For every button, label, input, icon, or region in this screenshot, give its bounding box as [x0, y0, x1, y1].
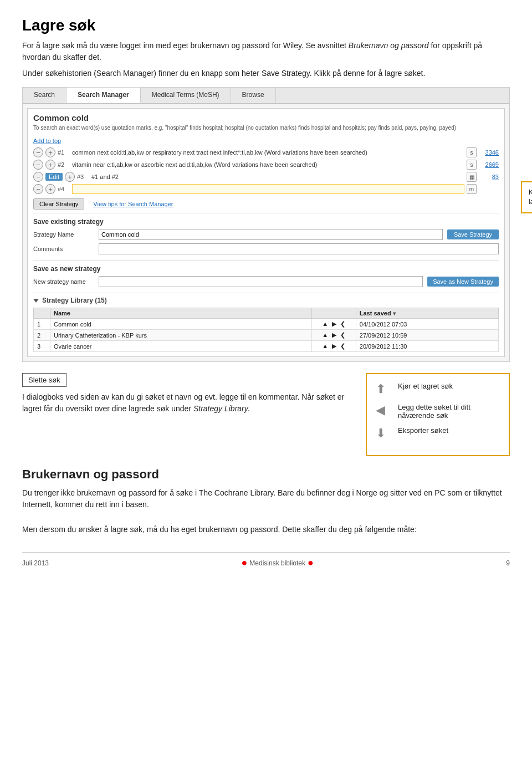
- tab-search-manager[interactable]: Search Manager: [66, 88, 141, 103]
- plus-btn-4[interactable]: +: [45, 184, 55, 194]
- lib-row-num: 2: [34, 330, 50, 341]
- library-table: Name Last saved ▾ 1 Common cold ▲ ▶ ❮ 04…: [33, 308, 499, 352]
- collapse-icon[interactable]: [33, 299, 39, 303]
- new-name-input[interactable]: [99, 276, 423, 287]
- brukernavn-section: Brukernavn og passord Du trenger ikke br…: [22, 467, 510, 535]
- slette-label: Slette søk: [22, 373, 66, 387]
- view-tips-link[interactable]: View tips for Search Manager: [93, 201, 173, 207]
- save-strategy-btn[interactable]: Save Strategy: [447, 229, 499, 239]
- run-icon[interactable]: ▲: [322, 331, 328, 338]
- lib-row-num: 3: [34, 341, 50, 352]
- tab-medical-terms[interactable]: Medical Terms (MeSH): [141, 88, 231, 103]
- minus-btn-4[interactable]: −: [33, 184, 43, 194]
- lib-row-name: Ovarie cancer: [50, 341, 312, 352]
- row-text-3: #1 and #2: [91, 173, 464, 181]
- below-screenshot: Slette søk I dialogboks ved siden av kan…: [22, 373, 510, 456]
- library-header: Strategy Library (15): [33, 297, 499, 304]
- strategy-name-label: Strategy Name: [33, 231, 94, 238]
- row-count-3[interactable]: 83: [479, 173, 499, 180]
- load-icon[interactable]: ▶: [332, 331, 336, 338]
- comments-input[interactable]: [99, 243, 499, 254]
- run-desc: Kjør et lagret søk: [398, 382, 453, 390]
- library-title: Strategy Library (15): [42, 297, 107, 304]
- brukernavn-para2: Men dersom du ønsker å lagre søk, må du …: [22, 524, 510, 535]
- strategy-name-row: Strategy Name Save Strategy: [33, 229, 499, 240]
- minus-btn-3[interactable]: −: [33, 172, 43, 182]
- row-text-1: common next cold:ti,ab,kw or respiratory…: [72, 149, 464, 156]
- right-col: ⬆ Kjør et lagret søk ◀ Legg dette søket …: [366, 373, 510, 456]
- icon-run-row: ⬆ Kjør et lagret søk: [376, 382, 500, 396]
- lib-row-actions[interactable]: ▲ ▶ ❮: [311, 330, 356, 341]
- share-icon[interactable]: ❮: [340, 343, 345, 349]
- share-icon[interactable]: ❮: [340, 320, 345, 327]
- plus-btn-1[interactable]: +: [45, 147, 55, 157]
- comments-row: Comments: [33, 243, 499, 254]
- tab-search[interactable]: Search: [23, 88, 66, 103]
- icon-add-row: ◀ Legg dette søket til ditt nåværende sø…: [376, 403, 500, 420]
- lib-row-num: 1: [34, 319, 50, 330]
- brukernavn-heading: Brukernavn og passord: [22, 467, 510, 482]
- search-title: Common cold: [33, 113, 499, 122]
- lib-row-date: 27/09/2012 10:59: [356, 330, 498, 341]
- row-count-1[interactable]: 3346: [479, 149, 499, 156]
- intro-para1: For å lagre søk må du være logget inn me…: [22, 40, 510, 63]
- load-icon[interactable]: ▶: [332, 320, 336, 327]
- save-existing-title: Save existing strategy: [33, 218, 499, 226]
- tab-browse[interactable]: Browse: [231, 88, 276, 103]
- icon-export-row: ⬇ Eksporter søket: [376, 426, 500, 441]
- footer-dot2: ●: [308, 557, 314, 569]
- minus-btn-2[interactable]: −: [33, 160, 43, 170]
- edit-btn-3[interactable]: Edit: [45, 173, 63, 181]
- export-desc: Eksporter søket: [398, 426, 448, 435]
- new-name-label: New strategy name: [33, 278, 94, 285]
- plus-btn-2[interactable]: +: [45, 160, 55, 170]
- row-4-input[interactable]: [72, 184, 464, 194]
- btn-s-1[interactable]: s: [467, 147, 477, 157]
- row-num-2: #2: [58, 161, 70, 168]
- footer: Juli 2013 ● Medisinsk bibliotek ● 9: [22, 552, 510, 569]
- table-row: 1 Common cold ▲ ▶ ❮ 04/10/2012 07:03: [34, 319, 499, 330]
- add-to-top-link[interactable]: Add to top: [33, 137, 61, 144]
- btn-s-2[interactable]: s: [467, 160, 477, 170]
- table-row: 2 Urinary Catheterization - KBP kurs ▲ ▶…: [34, 330, 499, 341]
- footer-right: 9: [506, 559, 510, 567]
- btn-m-4[interactable]: m: [467, 184, 477, 194]
- comments-label: Comments: [33, 246, 94, 252]
- slette-desc: I dialogboks ved siden av kan du gi søke…: [22, 391, 355, 415]
- row-num-4: #4: [58, 186, 70, 192]
- lib-row-date: 20/09/2012 11:30: [356, 341, 498, 352]
- lib-row-actions[interactable]: ▲ ▶ ❮: [311, 341, 356, 352]
- bottom-controls: Clear Strategy View tips for Search Mana…: [33, 198, 499, 210]
- row-num-1: #1: [58, 149, 70, 156]
- page-heading: Lagre søk: [22, 17, 510, 34]
- run-icon[interactable]: ▲: [322, 343, 328, 349]
- share-icon[interactable]: ❮: [340, 331, 345, 338]
- minus-btn-1[interactable]: −: [33, 147, 43, 157]
- btn-grid-3[interactable]: ▦: [467, 172, 477, 182]
- clear-strategy-btn[interactable]: Clear Strategy: [33, 198, 84, 210]
- row-text-2: vitamin near c:ti,ab,kw or ascorbic next…: [72, 161, 464, 169]
- footer-left: Juli 2013: [22, 559, 49, 567]
- left-col: Slette søk I dialogboks ved siden av kan…: [22, 373, 355, 456]
- lib-row-date: 04/10/2012 07:03: [356, 319, 498, 330]
- save-existing-section: Save existing strategy Strategy Name Sav…: [33, 213, 499, 260]
- intro-para2: Under søkehistorien (Search Manager) fin…: [22, 68, 510, 79]
- new-name-row: New strategy name Save as New Strategy: [33, 276, 499, 287]
- run-icon[interactable]: ▲: [322, 320, 328, 327]
- footer-center: ● Medisinsk bibliotek ●: [241, 557, 313, 569]
- lib-col-name[interactable]: Name: [50, 308, 312, 319]
- search-row-2: − + #2 vitamin near c:ti,ab,kw or ascorb…: [33, 160, 499, 170]
- load-icon[interactable]: ▶: [332, 343, 336, 349]
- lib-row-name: Urinary Catheterization - KBP kurs: [50, 330, 312, 341]
- search-row-3: − Edit + #3 #1 and #2 ▦ 83: [33, 172, 499, 182]
- save-new-title: Save as new strategy: [33, 265, 499, 273]
- save-as-new-btn[interactable]: Save as New Strategy: [427, 277, 499, 287]
- strategy-name-input[interactable]: [99, 229, 443, 240]
- search-hint: To search an exact word(s) use quotation…: [33, 124, 499, 131]
- plus-btn-3[interactable]: +: [65, 172, 75, 182]
- library-section: Strategy Library (15) Name Last saved ▾: [33, 293, 499, 352]
- lib-col-date[interactable]: Last saved ▾: [356, 308, 498, 319]
- lib-row-actions[interactable]: ▲ ▶ ❮: [311, 319, 356, 330]
- lib-col-num: [34, 308, 50, 319]
- row-count-2[interactable]: 2669: [479, 161, 499, 168]
